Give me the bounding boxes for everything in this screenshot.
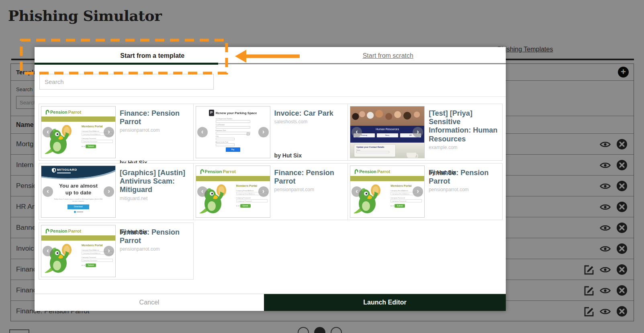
field-label: Company Password [390, 197, 422, 199]
download-button: Download [67, 204, 89, 209]
carousel-next-icon[interactable] [413, 186, 423, 197]
shield-icon [52, 168, 56, 173]
template-title: Invoice: Car Park [274, 109, 344, 118]
carousel-prev-icon[interactable] [197, 127, 208, 137]
brand-parrot: Parrot [68, 229, 81, 233]
submit-button: Submit [86, 145, 96, 148]
template-card-finance-pension-parrot[interactable]: PensionParrot [348, 163, 503, 220]
tab-start-from-scratch[interactable]: Start from scratch [270, 47, 506, 65]
template-byline: by Hut Six [429, 169, 456, 176]
template-thumbnail-mitiguard: MITIGUARD You are almost up to date Foll… [41, 165, 116, 218]
cancel-button[interactable]: Cancel [35, 294, 264, 311]
template-card-finance-pension-parrot[interactable]: PensionParrot [193, 163, 348, 220]
template-card-finance-pension-parrot[interactable]: PensionParrot [39, 223, 194, 280]
submit-button: Submit [240, 204, 251, 208]
field-label: Car Registration Number [216, 118, 250, 120]
parrot-logo-icon [45, 228, 49, 233]
field-input: Company Password [236, 199, 268, 202]
olive-banner [350, 176, 424, 181]
launch-editor-button[interactable]: Launch Editor [264, 294, 506, 311]
mitiguard-brand: MITIGUARD [57, 168, 77, 172]
carousel-next-icon[interactable] [413, 127, 423, 137]
template-byline: by Hut Six [120, 229, 147, 235]
template-domain: saleshosts.com [274, 119, 344, 125]
field-label: CVC [216, 136, 250, 137]
field-label: Company Password [82, 137, 113, 139]
mini-title: Update your Contact Details [356, 146, 393, 148]
carousel-prev-icon[interactable] [352, 186, 362, 197]
field-label: Card Number [216, 124, 250, 126]
template-title: [Test] [Priya] Sensitive Information: Hu… [429, 109, 499, 143]
parrot-logo-icon [354, 168, 358, 174]
carousel-next-icon[interactable] [258, 186, 269, 197]
pay-button: Pay [226, 147, 240, 152]
olive-banner [41, 235, 115, 241]
carousel-prev-icon[interactable] [197, 186, 208, 197]
template-card-human-resources[interactable]: Human Resources Sitemap News HR Update y… [348, 104, 503, 161]
template-card-finance-pension-parrot[interactable]: PensionParrot [39, 104, 194, 161]
carousel-prev-icon[interactable] [43, 246, 53, 256]
template-thumbnail-human-resources: Human Resources Sitemap News HR Update y… [350, 106, 425, 158]
field-label: Company Password [82, 256, 113, 258]
brand-pension: Pension [50, 110, 67, 114]
modal-tab-bar: Start from a template Start from scratch [35, 47, 506, 65]
desk-photo: Update your Contact Details Name [350, 143, 424, 158]
template-domain: example.com [429, 145, 499, 150]
contact-details-card: Update your Contact Details Name [354, 145, 395, 157]
template-thumbnail-pension-parrot: PensionParrot [350, 165, 425, 218]
brand-parrot: Parrot [223, 169, 235, 174]
pensionparrot-logo: PensionParrot [41, 225, 115, 233]
carousel-next-icon[interactable] [104, 246, 114, 256]
pensionparrot-logo: PensionParrot [41, 106, 115, 114]
carousel-next-icon[interactable] [104, 186, 114, 197]
tab-bar-underline [218, 63, 506, 64]
brand-parrot: Parrot [68, 110, 81, 114]
mini-payment-form: Car Registration Number Card Number Expi… [216, 118, 250, 146]
template-card-invoice-car-park[interactable]: P Renew your Parking Space Car Registrat… [193, 104, 348, 161]
template-domain: pensionparrot.com [120, 127, 190, 133]
template-domain: pensionparrot.com [429, 187, 499, 192]
olive-banner [41, 116, 115, 122]
tab-start-from-template[interactable]: Start from a template [35, 47, 270, 65]
carousel-prev-icon[interactable] [352, 127, 362, 137]
template-search-input[interactable] [39, 74, 214, 90]
submit-button: Submit [395, 204, 405, 208]
template-thumbnail-pension-parrot: PensionParrot [196, 165, 270, 218]
field-label: Expiration Date [216, 130, 250, 131]
carousel-next-icon[interactable] [258, 127, 269, 137]
template-thumbnail-car-park: P Renew your Parking Space Car Registrat… [196, 106, 270, 158]
people-photo [350, 106, 424, 126]
pensionparrot-logo: PensionParrot [196, 166, 270, 174]
field-input: Company Password [82, 259, 113, 262]
template-thumbnail-pension-parrot: PensionParrot [41, 106, 116, 158]
brand-parrot: Parrot [377, 169, 390, 174]
template-title: [Graphics] [Austin] Antivirus Scam: Miti… [120, 169, 190, 194]
mini-subtext: Follow these 3 simple steps to install t… [53, 198, 103, 203]
teacup [407, 153, 416, 158]
template-domain: pensionparrot.com [274, 187, 344, 192]
brand-pension: Pension [359, 169, 376, 174]
template-byline: by Hut Six [274, 152, 302, 159]
template-domain: mitiguard.net [120, 196, 190, 201]
carousel-prev-icon[interactable] [43, 127, 53, 137]
brand-pension: Pension [50, 229, 67, 233]
olive-banner [196, 176, 270, 181]
template-thumbnail-pension-parrot: PensionParrot [41, 225, 116, 277]
mini-title: Renew your Parking Space [216, 111, 257, 115]
carousel-prev-icon[interactable] [43, 186, 53, 197]
template-grid: PensionParrot [39, 104, 503, 282]
field-input: Company Password [390, 199, 422, 202]
divider [35, 96, 506, 97]
new-template-modal: Start from a template Start from scratch… [35, 47, 506, 311]
nav-button: News [377, 133, 398, 137]
mini-footer [41, 211, 115, 213]
parking-logo-icon: P [209, 110, 214, 116]
field-label: Company Password [236, 197, 268, 199]
field-input: Company Password [82, 140, 113, 143]
carousel-next-icon[interactable] [104, 127, 114, 137]
brand-pension: Pension [205, 169, 222, 174]
template-card-mitiguard[interactable]: MITIGUARD You are almost up to date Foll… [39, 163, 194, 220]
submit-button: Submit [86, 264, 96, 267]
modal-footer: Cancel Launch Editor [35, 294, 506, 311]
template-domain: pensionparrot.com [120, 246, 190, 252]
